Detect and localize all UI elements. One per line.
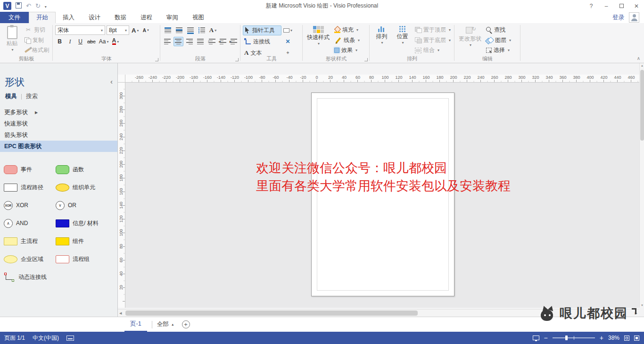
scroll-down-icon[interactable]: ▼ <box>640 304 644 307</box>
justify-button[interactable] <box>196 37 205 46</box>
save-button[interactable] <box>16 2 22 9</box>
collapse-panel-icon[interactable]: ‹ <box>110 77 113 85</box>
stencil-item-process-path[interactable]: 流程路径 <box>4 182 55 193</box>
connector-tool-button[interactable]: 连接线 <box>243 37 281 47</box>
line-spacing-button[interactable]: ↕ <box>206 37 216 46</box>
align-button[interactable]: 排列▾ <box>372 25 391 55</box>
shrink-font-button[interactable]: A▼ <box>141 25 150 35</box>
rectangle-tool-button[interactable]: ▾ <box>283 25 293 35</box>
customize-quick-access-button[interactable]: ▾ <box>45 3 47 9</box>
grow-font-button[interactable]: A▲ <box>131 25 140 35</box>
all-pages-button[interactable]: 全部▲ <box>157 320 174 328</box>
align-middle-button[interactable] <box>174 25 184 35</box>
change-case-button[interactable]: Aa▾ <box>98 37 110 46</box>
dialog-launcher-icon[interactable] <box>235 58 239 61</box>
stencil-item-component[interactable]: 组件 <box>56 236 116 246</box>
vertical-scrollbar[interactable]: ▲ ▼ <box>639 63 644 308</box>
scroll-up-icon[interactable]: ▲ <box>640 64 644 67</box>
stencil-item-function[interactable]: 函数 <box>56 164 116 175</box>
zoom-out-button[interactable]: − <box>544 335 548 341</box>
underline-button[interactable]: U <box>76 37 85 46</box>
vertical-scroll-thumb[interactable] <box>640 70 644 141</box>
tab-file[interactable]: 文件 <box>0 12 29 23</box>
connection-point-tool-button[interactable]: ✕ <box>283 37 293 46</box>
stencil-item-main-process[interactable]: 主流程 <box>4 236 55 246</box>
tab-search[interactable]: 搜索 <box>26 92 38 101</box>
stencil-item-enterprise-area[interactable]: 企业区域 <box>4 254 55 264</box>
undo-button[interactable]: ↶ <box>26 3 31 9</box>
select-button[interactable]: 选择▾ <box>485 45 512 55</box>
collapse-ribbon-icon[interactable]: ∧ <box>637 56 640 61</box>
stencil-item-or[interactable]: VOR <box>56 200 116 210</box>
quick-styles-button[interactable]: 快速样式▾ <box>305 25 331 55</box>
strikethrough-button[interactable]: abc <box>86 37 97 46</box>
sign-in-link[interactable]: 登录 <box>612 12 624 23</box>
tab-stencils[interactable]: 模具 <box>5 92 17 101</box>
sidebar-item-quick-shapes[interactable]: 快速形状 <box>0 118 117 129</box>
align-bottom-button[interactable] <box>185 25 195 35</box>
align-top-button[interactable] <box>163 25 173 35</box>
position-button[interactable]: 位置▾ <box>393 25 412 55</box>
find-button[interactable]: 查找 <box>485 25 512 35</box>
increase-indent-button[interactable]: ▸ <box>229 37 238 46</box>
tab-process[interactable]: 进程 <box>133 12 159 23</box>
stencil-item-and[interactable]: ΛAND <box>4 218 55 228</box>
stencil-item-org-unit[interactable]: 组织单元 <box>56 182 116 193</box>
horizontal-scroll-thumb[interactable] <box>125 310 418 316</box>
align-right-button[interactable] <box>185 37 194 46</box>
send-to-back-button[interactable]: 置于底层▾ <box>413 35 452 45</box>
sidebar-item-more-shapes[interactable]: 更多形状▶ <box>0 107 117 118</box>
bold-button[interactable]: B <box>55 37 64 46</box>
group-button[interactable]: 组合▾ <box>413 45 452 55</box>
dialog-launcher-icon[interactable] <box>364 58 368 61</box>
avatar[interactable] <box>629 12 639 23</box>
pointer-tool-button[interactable]: 指针工具 <box>243 25 281 35</box>
paste-button[interactable]: 粘贴▾ <box>2 25 22 55</box>
presentation-mode-icon[interactable] <box>533 336 539 340</box>
zoom-slider[interactable] <box>553 335 595 341</box>
sidebar-item-arrow-shapes[interactable]: 箭头形状 <box>0 129 117 141</box>
decrease-indent-button[interactable]: ◂ <box>217 37 227 46</box>
help-button[interactable]: ? <box>584 0 599 12</box>
font-name-select[interactable]: 宋体▾ <box>55 25 105 35</box>
fullscreen-icon[interactable] <box>634 336 639 341</box>
canvas-text[interactable]: 欢迎关注微信公众号：哏儿都校园里面有各类大学常用软件安装包以及安装教程 <box>256 159 511 195</box>
format-painter-button[interactable]: 格式刷 <box>23 45 50 55</box>
redo-button[interactable]: ↻ <box>35 3 41 9</box>
stencil-item-xor[interactable]: XORXOR <box>4 200 55 210</box>
zoom-slider-thumb[interactable] <box>565 336 568 340</box>
stencil-item-info-material[interactable]: 信息/ 材料 <box>56 218 116 228</box>
drawing-canvas[interactable]: 欢迎关注微信公众号：哏儿都校园里面有各类大学常用软件安装包以及安装教程 <box>125 83 639 308</box>
zoom-in-button[interactable]: + <box>600 335 603 341</box>
dialog-launcher-icon[interactable] <box>155 58 158 61</box>
cut-button[interactable]: ✂剪切 <box>23 25 50 35</box>
tab-design[interactable]: 设计 <box>82 12 107 23</box>
page-tab-1[interactable]: 页-1 <box>124 317 147 332</box>
bullets-button[interactable] <box>197 25 206 35</box>
add-page-button[interactable]: + <box>182 320 190 328</box>
fill-button[interactable]: 填充▾ <box>333 25 361 35</box>
tab-insert[interactable]: 插入 <box>56 12 82 23</box>
tab-data[interactable]: 数据 <box>107 12 133 23</box>
font-size-select[interactable]: 8pt▾ <box>107 25 129 35</box>
align-left-button[interactable] <box>163 37 172 46</box>
copy-button[interactable]: 复制 <box>23 35 50 45</box>
minimize-button[interactable]: – <box>599 0 614 12</box>
italic-button[interactable]: I <box>66 37 74 46</box>
tab-view[interactable]: 视图 <box>185 12 211 23</box>
line-button[interactable]: 线条▾ <box>333 35 361 45</box>
font-color-button[interactable]: A▾ <box>111 37 120 46</box>
change-shape-button[interactable]: 更改形状▾ <box>457 25 483 55</box>
tab-review[interactable]: 审阅 <box>159 12 185 23</box>
effects-button[interactable]: 效果▾ <box>333 45 361 55</box>
macro-record-icon[interactable] <box>66 336 74 341</box>
bring-to-front-button[interactable]: 置于顶层▾ <box>413 25 452 35</box>
scroll-left-icon[interactable]: ◀ <box>119 311 122 315</box>
sidebar-item-epc-shapes[interactable]: EPC 图表形状 <box>0 141 117 152</box>
status-language[interactable]: 中文(中国) <box>33 334 59 342</box>
close-button[interactable]: ✕ <box>629 0 644 12</box>
stencil-item-event[interactable]: 事件 <box>4 164 55 175</box>
zoom-level[interactable]: 38% <box>608 335 619 341</box>
fit-page-icon[interactable] <box>624 336 629 341</box>
status-page-indicator[interactable]: 页面 1/1 <box>4 334 25 342</box>
